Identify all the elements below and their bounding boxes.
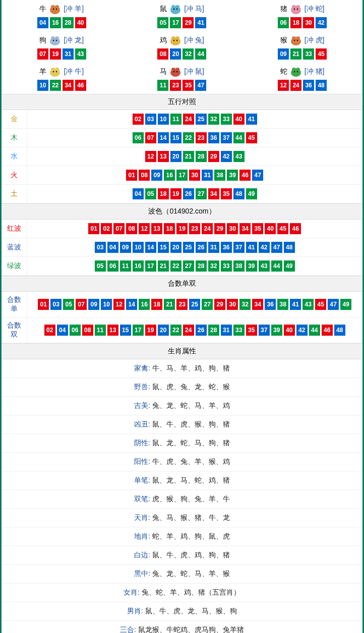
number-ball: 07 <box>76 299 87 310</box>
zodiac-cell: 鼠[冲 马]05172941 <box>122 0 242 31</box>
number-ball: 47 <box>271 242 282 253</box>
number-ball: 43 <box>302 299 314 310</box>
svg-point-3 <box>53 9 54 10</box>
row-nums: 0103050709101214161821232527293032343638… <box>27 292 362 318</box>
attr-value: 鼠、虎、兔、龙、蛇、猴 <box>150 383 230 391</box>
number-ball: 11 <box>170 114 181 125</box>
number-ball: 47 <box>328 299 339 310</box>
svg-point-28 <box>294 40 295 41</box>
number-ball: 10 <box>158 114 169 125</box>
number-ball: 20 <box>170 48 181 60</box>
number-ball: 24 <box>290 80 301 91</box>
row-nums: 05061116172122272832333839434449 <box>27 257 362 276</box>
number-ball: 49 <box>284 260 295 272</box>
svg-point-16 <box>51 36 55 40</box>
number-ball: 48 <box>334 325 345 336</box>
number-ball: 42 <box>316 17 327 28</box>
number-ball: 30 <box>227 299 238 310</box>
number-ball: 46 <box>239 170 251 181</box>
zodiac-chong: [冲 牛] <box>64 67 84 76</box>
svg-point-44 <box>297 71 298 72</box>
number-ball: 44 <box>233 132 245 143</box>
number-ball: 32 <box>208 114 219 125</box>
number-ball: 25 <box>183 242 194 253</box>
number-ball: 17 <box>170 17 181 28</box>
number-ball: 44 <box>195 48 206 60</box>
row-nums: 0102070812131819232429303435404546 <box>27 220 362 238</box>
number-ball: 07 <box>145 132 156 143</box>
svg-point-32 <box>55 68 59 72</box>
zodiac-cell: 猴[冲 虎]09213345 <box>242 31 362 63</box>
zodiac-chong: [冲 兔] <box>184 36 204 45</box>
number-ball: 45 <box>316 48 327 60</box>
number-ball: 30 <box>227 223 238 234</box>
zodiac-cell: 猪[冲 蛇]06183042 <box>242 0 362 31</box>
attr-label: 阳性: <box>134 457 150 465</box>
number-ball: 19 <box>50 48 61 60</box>
svg-point-1 <box>51 5 55 9</box>
row-label: 绿波 <box>2 257 27 276</box>
number-ball: 01 <box>88 223 99 234</box>
svg-point-8 <box>173 9 174 10</box>
attr-value: 鼠、牛、虎、龙、马、猴、狗 <box>143 607 237 615</box>
zodiac-name: 牛 <box>39 5 46 14</box>
table-row: 绿波05061116172122272832333839434449 <box>2 257 362 276</box>
svg-point-22 <box>175 36 179 40</box>
zodiac-牛-icon <box>47 3 63 15</box>
attr-value: 兔、龙、蛇、马、羊、鸡 <box>150 401 230 409</box>
number-ball: 14 <box>145 242 156 253</box>
row-nums: 0108091617303138394647 <box>27 166 362 185</box>
number-ball: 17 <box>145 260 156 272</box>
number-ball: 11 <box>157 80 168 91</box>
number-ball: 45 <box>315 299 326 310</box>
number-ball: 21 <box>183 151 194 162</box>
table-row: 蓝波03040910141520252631363741424748 <box>2 238 362 257</box>
number-ball: 27 <box>183 260 194 272</box>
number-ball: 34 <box>252 299 263 310</box>
row-label: 蓝波 <box>2 238 27 257</box>
svg-point-37 <box>175 68 179 72</box>
number-ball: 39 <box>271 325 282 336</box>
svg-point-42 <box>296 68 300 72</box>
number-ball: 19 <box>145 325 156 336</box>
number-ball: 16 <box>139 299 150 310</box>
number-ball: 23 <box>196 132 207 143</box>
row-nums: 03040910141520252631363741424748 <box>27 238 362 257</box>
zodiac-cell: 牛[冲 羊]04162840 <box>2 0 122 31</box>
attr-label: 凶丑: <box>134 420 150 428</box>
attr-label: 野兽: <box>134 383 150 391</box>
number-ball: 40 <box>265 223 276 234</box>
attr-label: 家禽: <box>134 364 150 372</box>
number-ball: 29 <box>183 17 194 28</box>
table-row: 合数双0204060811131517192022242628313335373… <box>2 318 362 343</box>
section-header-heshu: 合数单双 <box>2 276 362 292</box>
row-label: 合数双 <box>2 318 27 343</box>
number-ball: 16 <box>133 260 144 272</box>
number-ball: 02 <box>101 223 112 234</box>
number-ball: 22 <box>50 80 61 91</box>
number-ball: 16 <box>164 170 175 181</box>
number-ball: 43 <box>75 48 86 60</box>
attr-value: 鼠龙猴、牛蛇鸡、虎马狗、兔羊猪 <box>136 625 244 633</box>
attr-label: 双笔: <box>134 495 150 503</box>
attr-label: 地肖: <box>134 532 150 540</box>
number-ball: 03 <box>95 242 106 253</box>
svg-point-9 <box>176 9 177 10</box>
zodiac-name: 猴 <box>280 36 287 45</box>
number-ball: 47 <box>252 170 263 181</box>
number-ball: 22 <box>170 260 181 272</box>
number-ball: 38 <box>277 299 288 310</box>
number-ball: 13 <box>151 223 162 234</box>
number-ball: 40 <box>75 17 86 28</box>
number-ball: 34 <box>239 223 251 234</box>
svg-point-7 <box>175 5 179 9</box>
zodiac-狗-icon <box>47 34 63 46</box>
row-nums: 1213202128294243 <box>27 147 362 166</box>
number-ball: 28 <box>196 151 207 162</box>
svg-point-31 <box>51 68 55 72</box>
number-ball: 28 <box>196 260 207 272</box>
svg-point-39 <box>176 71 177 72</box>
number-ball: 07 <box>37 48 48 60</box>
attr-row: 双笔: 虎、猴、狗、兔、羊、牛 <box>2 490 362 509</box>
number-ball: 25 <box>189 299 200 310</box>
